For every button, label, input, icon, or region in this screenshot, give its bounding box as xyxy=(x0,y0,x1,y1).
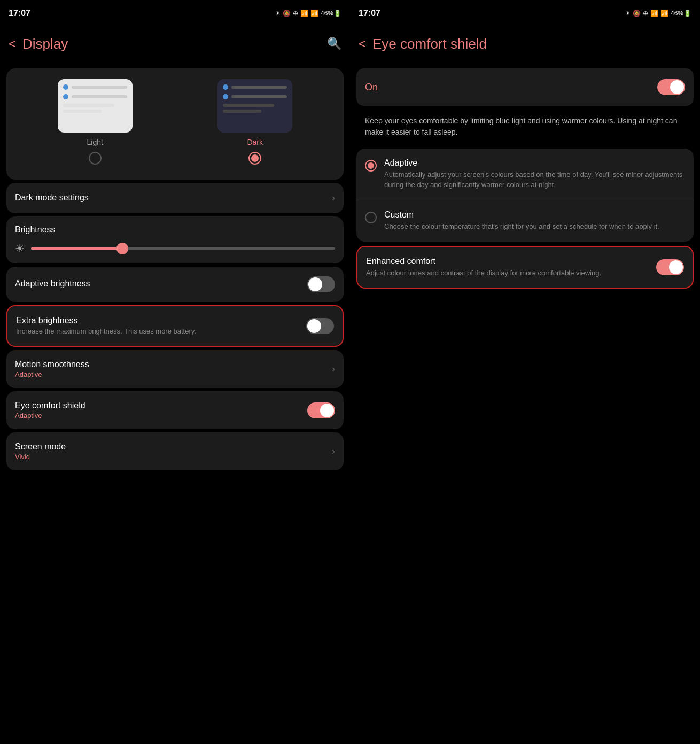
on-toggle-knob xyxy=(670,80,684,94)
right-time: 17:07 xyxy=(359,9,380,18)
right-mute-icon: 🔕 xyxy=(633,10,641,17)
theme-dark-option[interactable]: Dark xyxy=(217,79,292,165)
dark-mode-card[interactable]: Dark mode settings › xyxy=(6,183,344,213)
brightness-title: Brightness xyxy=(15,225,335,235)
brightness-thumb[interactable] xyxy=(116,243,128,254)
adaptive-brightness-toggle[interactable] xyxy=(307,276,335,292)
dark-mode-title: Dark mode settings xyxy=(15,193,332,203)
adaptive-radio-btn[interactable] xyxy=(365,160,377,172)
eye-comfort-card[interactable]: Eye comfort shield Adaptive xyxy=(6,391,344,429)
left-content: Light xyxy=(0,61,350,744)
left-status-icons: ✴ 🔕 ⊕ 📶 📶 46%🔋 xyxy=(275,10,341,17)
light-radio[interactable] xyxy=(89,152,102,165)
right-battery-icon: 46%🔋 xyxy=(671,10,691,17)
enhanced-comfort-toggle[interactable] xyxy=(656,259,684,275)
extra-brightness-knob xyxy=(307,319,321,333)
motion-smoothness-subtitle: Adaptive xyxy=(15,370,332,378)
dark-radio[interactable] xyxy=(248,152,261,165)
right-wifi-icon: 📶 xyxy=(650,10,658,17)
right-status-icons: ✴ 🔕 ⊕ 📶 📶 46%🔋 xyxy=(625,10,691,17)
adaptive-brightness-card[interactable]: Adaptive brightness xyxy=(6,267,344,302)
search-icon[interactable]: 🔍 xyxy=(327,37,341,51)
motion-smoothness-card[interactable]: Motion smoothness Adaptive › xyxy=(6,350,344,388)
dark-mode-row[interactable]: Dark mode settings › xyxy=(6,183,344,213)
eye-comfort-knob xyxy=(320,404,334,417)
brightness-row: ☀ xyxy=(15,242,335,255)
left-header: < Display 🔍 xyxy=(0,27,350,61)
screen-mode-card[interactable]: Screen mode Vivid › xyxy=(6,432,344,470)
screen-mode-row[interactable]: Screen mode Vivid › xyxy=(6,432,344,470)
signal-icon: 📶 xyxy=(310,10,318,17)
chevron-right-icon2: › xyxy=(332,363,335,375)
light-label: Light xyxy=(87,138,103,146)
right-bluetooth-icon: ✴ xyxy=(625,10,631,17)
adaptive-option-desc: Automatically adjust your screen's colou… xyxy=(384,170,685,190)
theme-options: Light xyxy=(15,79,335,165)
on-label: On xyxy=(365,82,657,93)
brightness-icon: ☀ xyxy=(15,242,25,255)
enhanced-comfort-desc: Adjust colour tones and contrast of the … xyxy=(366,268,650,278)
right-hotspot-icon: ⊕ xyxy=(643,10,648,17)
motion-smoothness-title: Motion smoothness xyxy=(15,360,332,369)
battery-icon: 46%🔋 xyxy=(321,10,341,17)
custom-option[interactable]: Custom Choose the colour temperature tha… xyxy=(356,200,694,242)
chevron-right-icon: › xyxy=(332,192,335,204)
radio-options-card: Adaptive Automatically adjust your scree… xyxy=(356,149,694,242)
dark-preview xyxy=(217,79,292,133)
enhanced-comfort-knob xyxy=(669,260,683,274)
hotspot-icon: ⊕ xyxy=(293,10,298,17)
adaptive-radio-dot xyxy=(368,162,374,169)
enhanced-comfort-card[interactable]: Enhanced comfort Adjust colour tones and… xyxy=(356,246,694,289)
extra-brightness-subtitle: Increase the maximum brightness. This us… xyxy=(16,327,300,336)
enhanced-comfort-title: Enhanced comfort xyxy=(366,257,650,266)
theme-card: Light xyxy=(6,68,344,180)
right-header: < Eye comfort shield xyxy=(350,27,700,61)
left-phone-panel: 17:07 ✴ 🔕 ⊕ 📶 📶 46%🔋 < Display 🔍 xyxy=(0,0,350,744)
on-toggle[interactable] xyxy=(657,79,685,95)
right-phone-panel: 17:07 ✴ 🔕 ⊕ 📶 📶 46%🔋 < Eye comfort shiel… xyxy=(350,0,700,744)
right-content: On Keep your eyes comfortable by limitin… xyxy=(350,61,700,744)
right-page-title: Eye comfort shield xyxy=(372,36,691,52)
right-back-button[interactable]: < xyxy=(359,36,366,51)
adaptive-brightness-row[interactable]: Adaptive brightness xyxy=(6,267,344,302)
extra-brightness-toggle[interactable] xyxy=(306,318,334,334)
extra-brightness-card[interactable]: Extra brightness Increase the maximum br… xyxy=(6,305,344,347)
theme-light-option[interactable]: Light xyxy=(58,79,133,165)
brightness-slider[interactable] xyxy=(31,247,335,250)
eye-comfort-row[interactable]: Eye comfort shield Adaptive xyxy=(6,391,344,429)
eye-comfort-title: Eye comfort shield xyxy=(15,401,307,410)
wifi-icon: 📶 xyxy=(300,10,308,17)
adaptive-brightness-knob xyxy=(308,277,322,291)
dark-label: Dark xyxy=(247,138,263,146)
light-preview xyxy=(58,79,133,133)
brightness-fill xyxy=(31,247,122,250)
screen-mode-subtitle: Vivid xyxy=(15,453,332,461)
custom-radio-btn[interactable] xyxy=(365,212,377,223)
adaptive-option-text: Adaptive Automatically adjust your scree… xyxy=(384,158,685,190)
screen-mode-title: Screen mode xyxy=(15,442,332,452)
left-status-bar: 17:07 ✴ 🔕 ⊕ 📶 📶 46%🔋 xyxy=(0,0,350,27)
custom-option-text: Custom Choose the colour temperature tha… xyxy=(384,210,659,232)
adaptive-option[interactable]: Adaptive Automatically adjust your scree… xyxy=(356,149,694,200)
back-button[interactable]: < xyxy=(9,36,16,51)
left-page-title: Display xyxy=(22,36,327,52)
custom-option-title: Custom xyxy=(384,210,659,220)
enhanced-comfort-text: Enhanced comfort Adjust colour tones and… xyxy=(366,257,650,278)
bluetooth-icon: ✴ xyxy=(275,10,281,17)
chevron-right-icon3: › xyxy=(332,446,335,457)
left-time: 17:07 xyxy=(9,9,30,18)
adaptive-brightness-title: Adaptive brightness xyxy=(15,279,307,289)
mute-icon: 🔕 xyxy=(283,10,291,17)
right-signal-icon: 📶 xyxy=(660,10,668,17)
eye-comfort-toggle[interactable] xyxy=(307,402,335,418)
custom-option-desc: Choose the colour temperature that's rig… xyxy=(384,222,659,232)
adaptive-option-title: Adaptive xyxy=(384,158,685,168)
right-status-bar: 17:07 ✴ 🔕 ⊕ 📶 📶 46%🔋 xyxy=(350,0,700,27)
motion-smoothness-row[interactable]: Motion smoothness Adaptive › xyxy=(6,350,344,388)
brightness-section: Brightness ☀ xyxy=(6,216,344,264)
extra-brightness-title: Extra brightness xyxy=(16,316,300,326)
eye-comfort-description: Keep your eyes comfortable by limiting b… xyxy=(350,109,700,146)
eye-comfort-subtitle: Adaptive xyxy=(15,412,307,420)
on-toggle-row[interactable]: On xyxy=(356,68,694,106)
extra-brightness-row[interactable]: Extra brightness Increase the maximum br… xyxy=(7,306,343,346)
